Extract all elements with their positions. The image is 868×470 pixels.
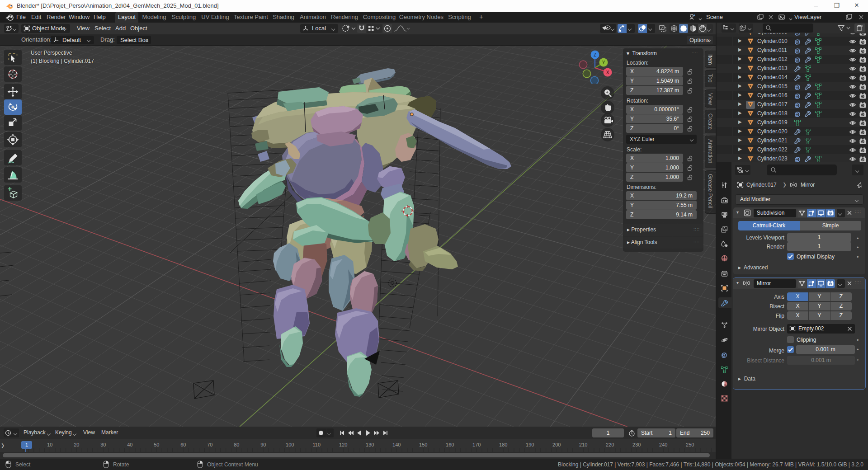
svg-text:Z: Z [594,52,596,57]
svg-text:X: X [606,70,609,75]
svg-text:Y: Y [602,60,605,65]
